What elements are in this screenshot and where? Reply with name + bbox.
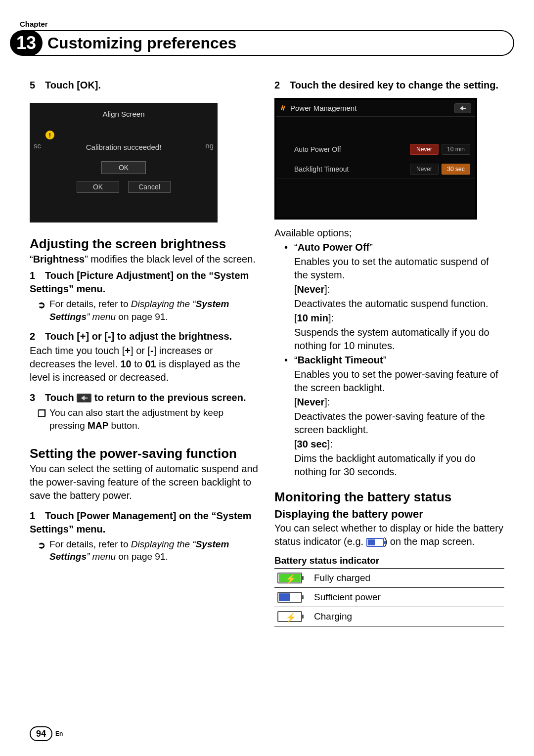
- heading-monitoring-battery: Monitoring the battery status: [274, 489, 504, 505]
- power-management-screenshot: Power Management Auto Power Off Never 10…: [274, 98, 477, 220]
- heading-power-saving: Setting the power-saving function: [30, 446, 260, 461]
- table-row: ⚡ Fully charged: [274, 569, 504, 588]
- available-options-label: Available options;: [274, 226, 504, 240]
- battery-charging-icon: ⚡: [277, 611, 302, 622]
- apo-10min: [10 min]:: [274, 311, 504, 325]
- apo-never-desc: Deactivates the automatic suspend functi…: [274, 297, 504, 311]
- displaying-battery-desc: You can select whether to display or hid…: [274, 522, 504, 548]
- pm-title: Power Management: [290, 104, 356, 112]
- page-lang: En: [55, 730, 63, 737]
- battery-sufficient-icon: [277, 592, 302, 603]
- brightness-intro: “Brightness” modifies the black level of…: [30, 253, 260, 266]
- cancel-button[interactable]: Cancel: [128, 181, 171, 193]
- heading-brightness: Adjusting the screen brightness: [30, 236, 260, 252]
- option-auto-power-off: • “Auto Power Off”: [274, 241, 504, 254]
- calibration-message: Calibration succeeded!: [30, 143, 218, 151]
- apo-10min-desc: Suspends the system automatically if you…: [274, 326, 504, 353]
- chapter-header: 13 Customizing preferences: [10, 30, 514, 56]
- step-5: 5 Touch [OK].: [30, 79, 260, 92]
- page-number: 94: [30, 726, 52, 741]
- brightness-note-1: ➲ For details, refer to Displaying the “…: [30, 298, 260, 323]
- battery-table-title: Battery status indicator: [274, 555, 504, 566]
- brightness-note-3: ❐ You can also start the adjustment by k…: [30, 406, 260, 432]
- brightness-step-2-desc: Each time you touch [+] or [-] increases…: [30, 344, 260, 384]
- cut-text-left: sc: [34, 141, 41, 150]
- power-step-1: 1 Touch [Power Management] on the “Syste…: [30, 509, 260, 536]
- pm-back-button[interactable]: [454, 103, 471, 113]
- table-row: Sufficient power: [274, 588, 504, 607]
- align-screen-title: Align Screen: [30, 103, 218, 118]
- battery-full-icon: ⚡: [277, 573, 302, 583]
- brightness-step-1: 1 Touch [Picture Adjustment] on the “Sys…: [30, 269, 260, 296]
- battery-sufficient-label: Sufficient power: [309, 588, 504, 607]
- power-saving-intro: You can select the setting of automatic …: [30, 462, 260, 502]
- pm-row-auto-power-off: Auto Power Off Never 10 min: [276, 139, 475, 159]
- chapter-number-badge: 13: [10, 30, 43, 56]
- chapter-title-wrap: Customizing preferences: [28, 30, 514, 56]
- bt-30sec-desc: Dims the backlight automatically if you …: [274, 452, 504, 479]
- bt-never-desc: Deactivates the power-saving feature of …: [274, 410, 504, 437]
- back-icon: [77, 394, 91, 402]
- note-icon: ❐: [38, 407, 46, 420]
- apo-never: [Never]:: [274, 283, 504, 296]
- ok-button-popup[interactable]: OK: [101, 161, 146, 174]
- brightness-step-2: 2 Touch [+] or [-] to adjust the brightn…: [30, 330, 260, 343]
- battery-icon-inline: [366, 538, 384, 547]
- chapter-label: Chapter: [20, 20, 504, 28]
- apo-desc: Enables you to set the automatic suspend…: [274, 255, 504, 282]
- bt-30sec: [30 sec]:: [274, 438, 504, 451]
- cut-text-right: ng: [205, 141, 214, 150]
- right-column: 2 Touch the desired key to change the se…: [274, 76, 504, 712]
- ref-icon: ➲: [38, 299, 45, 311]
- heading-displaying-battery: Displaying the battery power: [274, 508, 504, 521]
- align-screen-screenshot: Align Screen ! sc ng Calibration succeed…: [30, 103, 218, 222]
- chapter-title: Customizing preferences: [47, 34, 236, 52]
- option-backlight-timeout: • “Backlight Timeout”: [274, 354, 504, 367]
- brightness-step-3: 3 Touch to return to the previous screen…: [30, 391, 260, 404]
- bt-desc: Enables you to set the power-saving feat…: [274, 368, 504, 395]
- pm-opt-never[interactable]: Never: [410, 144, 439, 155]
- ok-button[interactable]: OK: [77, 181, 119, 193]
- pm-opt-30sec[interactable]: 30 sec: [442, 164, 470, 175]
- ref-icon: ➲: [38, 539, 45, 552]
- battery-charging-label: Charging: [309, 607, 504, 626]
- power-note-1: ➲ For details, refer to Displaying the “…: [30, 538, 260, 563]
- bt-never: [Never]:: [274, 396, 504, 409]
- page-footer: 94 En: [30, 712, 504, 741]
- battery-full-label: Fully charged: [309, 569, 504, 588]
- pm-opt-10min[interactable]: 10 min: [442, 144, 470, 155]
- pm-opt-never2[interactable]: Never: [410, 164, 439, 175]
- pm-row-backlight-timeout: Backlight Timeout Never 30 sec: [276, 159, 475, 179]
- settings-icon: [280, 105, 287, 112]
- battery-status-table: ⚡ Fully charged Sufficient power ⚡ Charg…: [274, 568, 504, 626]
- table-row: ⚡ Charging: [274, 607, 504, 626]
- power-step-2: 2 Touch the desired key to change the se…: [274, 79, 504, 92]
- left-column: 5 Touch [OK]. Align Screen ! sc ng Calib…: [30, 76, 260, 712]
- hint-icon: !: [45, 131, 54, 139]
